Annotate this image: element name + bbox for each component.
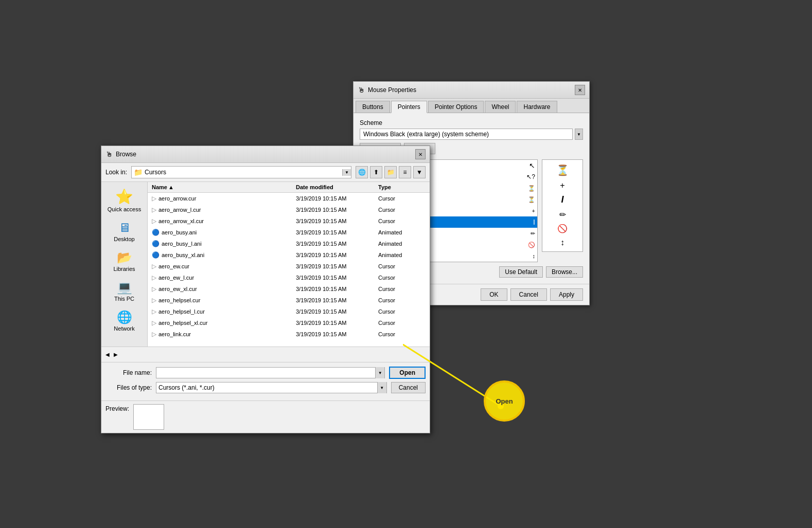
file-row[interactable]: ▷ aero_helpsel_l.cur 3/19/2019 10:15 AM …: [148, 306, 430, 317]
filename-dropdown-arrow[interactable]: ▼: [375, 367, 384, 378]
file-icon: ▷: [152, 206, 156, 213]
col-header-type[interactable]: Type: [374, 183, 426, 191]
filename-combo[interactable]: ▼: [156, 367, 385, 378]
toolbar-buttons: 🌐 ⬆ 📁 ≡ ▼: [356, 166, 426, 178]
browse-fields: File name: ▼ Open Files of type: ▼ Cance…: [101, 362, 430, 400]
file-type: Cursor: [374, 308, 426, 315]
toolbar-btn-web[interactable]: 🌐: [356, 166, 368, 178]
file-date: 3/19/2019 10:15 AM: [292, 320, 374, 326]
file-row[interactable]: 🔵 aero_busy.ani 3/19/2019 10:15 AM Anima…: [148, 227, 430, 238]
file-icon: ▷: [152, 331, 156, 338]
file-row[interactable]: ▷ aero_ew.cur 3/19/2019 10:15 AM Cursor: [148, 261, 430, 272]
preview-no: 🚫: [557, 224, 568, 233]
browse-icon: 🖱: [105, 150, 113, 158]
cancel-button[interactable]: Cancel: [510, 288, 547, 301]
lookin-label: Look in:: [105, 169, 127, 176]
scroll-right-button[interactable]: ▶: [114, 352, 118, 357]
lookin-dropdown-arrow[interactable]: ▼: [342, 169, 351, 176]
filename-input[interactable]: [156, 369, 375, 376]
browse-title: Browse: [116, 151, 136, 158]
tab-pointer-options[interactable]: Pointer Options: [428, 101, 484, 113]
file-list-area: Name ▲ Date modified Type ▷ aero_arrow.c…: [148, 182, 430, 347]
file-date: 3/19/2019 10:15 AM: [292, 207, 374, 213]
file-type: Cursor: [374, 331, 426, 337]
file-icon: ▷: [152, 285, 156, 293]
toolbar-btn-view2[interactable]: ▼: [413, 166, 426, 178]
browse-close-button[interactable]: ✕: [415, 149, 426, 159]
sidebar-label-desktop: Desktop: [114, 236, 134, 242]
scroll-left-button[interactable]: ◀: [105, 352, 110, 357]
file-row[interactable]: ▷ aero_arrow.cur 3/19/2019 10:15 AM Curs…: [148, 193, 430, 204]
file-type: Cursor: [374, 263, 426, 269]
file-date: 3/19/2019 10:15 AM: [292, 286, 374, 292]
file-date: 3/19/2019 10:15 AM: [292, 229, 374, 235]
toolbar-btn-up[interactable]: ⬆: [370, 166, 382, 178]
file-row[interactable]: ▷ aero_ew_xl.cur 3/19/2019 10:15 AM Curs…: [148, 283, 430, 295]
preview-arrow: ↕: [560, 238, 564, 247]
file-date: 3/19/2019 10:15 AM: [292, 275, 374, 281]
tabs-bar: Buttons Pointers Pointer Options Wheel H…: [354, 99, 589, 113]
file-date: 3/19/2019 10:15 AM: [292, 195, 374, 202]
file-icon: 🔵: [152, 229, 160, 236]
preview-hourglass: ⏳: [556, 164, 569, 176]
filetype-combo[interactable]: ▼: [156, 382, 387, 393]
file-row[interactable]: ▷ aero_link.cur 3/19/2019 10:15 AM Curso…: [148, 329, 430, 340]
mouse-props-close-button[interactable]: ✕: [575, 85, 585, 95]
file-name: aero_helpsel.cur: [158, 297, 200, 303]
use-default-button[interactable]: Use Default: [499, 266, 543, 278]
preview-cursor: I: [561, 194, 563, 205]
sidebar-item-network[interactable]: 🌐 Network: [104, 308, 145, 334]
file-icon: ▷: [152, 195, 156, 202]
file-row[interactable]: ▷ aero_arrow_xl.cur 3/19/2019 10:15 AM C…: [148, 215, 430, 227]
filetype-input[interactable]: [156, 384, 377, 391]
tab-wheel[interactable]: Wheel: [485, 101, 516, 113]
filetype-dropdown-arrow[interactable]: ▼: [377, 382, 386, 393]
file-row[interactable]: 🔵 aero_busy_l.ani 3/19/2019 10:15 AM Ani…: [148, 238, 430, 249]
file-name: aero_helpsel_xl.cur: [158, 320, 207, 326]
file-row[interactable]: ▷ aero_ew_l.cur 3/19/2019 10:15 AM Curso…: [148, 272, 430, 283]
file-icon: ▷: [152, 319, 156, 326]
tab-buttons[interactable]: Buttons: [356, 101, 390, 113]
scheme-select[interactable]: Windows Black (extra large) (system sche…: [360, 129, 573, 140]
sidebar-item-quick-access[interactable]: ⭐ Quick access: [104, 186, 145, 214]
file-row[interactable]: ▷ aero_helpsel.cur 3/19/2019 10:15 AM Cu…: [148, 295, 430, 306]
toolbar-btn-view[interactable]: ≡: [399, 166, 411, 178]
file-type: Cursor: [374, 195, 426, 202]
this-pc-icon: 💻: [117, 280, 132, 295]
file-date: 3/19/2019 10:15 AM: [292, 252, 374, 258]
scheme-dropdown-arrow[interactable]: ▼: [575, 129, 583, 140]
file-name: aero_link.cur: [158, 331, 191, 337]
sidebar-item-libraries[interactable]: 📂 Libraries: [104, 248, 145, 274]
quick-access-icon: ⭐: [115, 188, 133, 205]
toolbar-btn-new-folder[interactable]: 📁: [384, 166, 397, 178]
file-date: 3/19/2019 10:15 AM: [292, 263, 374, 269]
apply-button[interactable]: Apply: [550, 288, 583, 301]
tab-pointers[interactable]: Pointers: [391, 101, 427, 113]
lookin-combo[interactable]: 📁 Cursors ▼: [131, 166, 351, 178]
tab-hardware[interactable]: Hardware: [517, 101, 557, 113]
annotation-label: Open: [496, 397, 513, 405]
sidebar-item-desktop[interactable]: 🖥 Desktop: [104, 219, 145, 244]
file-list-scroll[interactable]: ▷ aero_arrow.cur 3/19/2019 10:15 AM Curs…: [148, 193, 430, 347]
file-name: aero_ew.cur: [158, 263, 189, 269]
file-row[interactable]: ▷ aero_helpsel_xl.cur 3/19/2019 10:15 AM…: [148, 317, 430, 329]
col-header-date[interactable]: Date modified: [292, 183, 374, 191]
browse-button[interactable]: Browse...: [546, 266, 583, 278]
file-name: aero_ew_xl.cur: [158, 286, 197, 292]
browse-cancel-button[interactable]: Cancel: [391, 382, 426, 393]
libraries-icon: 📂: [117, 250, 132, 265]
col-header-name[interactable]: Name ▲: [148, 183, 292, 191]
open-button[interactable]: Open: [389, 367, 426, 379]
browse-titlebar-left: 🖱 Browse: [105, 150, 136, 158]
filetype-row: Files of type: ▼ Cancel: [105, 382, 426, 393]
file-name: aero_arrow_l.cur: [158, 207, 201, 213]
file-row[interactable]: 🔵 aero_busy_xl.ani 3/19/2019 10:15 AM An…: [148, 249, 430, 261]
file-row[interactable]: ▷ aero_arrow_l.cur 3/19/2019 10:15 AM Cu…: [148, 204, 430, 215]
filename-row: File name: ▼ Open: [105, 367, 426, 379]
file-icon: 🔵: [152, 240, 160, 247]
mouse-props-titlebar: 🖱 Mouse Properties ✕: [354, 82, 589, 99]
ok-button[interactable]: OK: [481, 288, 507, 301]
sidebar-label-libraries: Libraries: [113, 266, 135, 272]
sidebar-item-this-pc[interactable]: 💻 This PC: [104, 278, 145, 304]
browse-titlebar: 🖱 Browse ✕: [101, 146, 430, 163]
